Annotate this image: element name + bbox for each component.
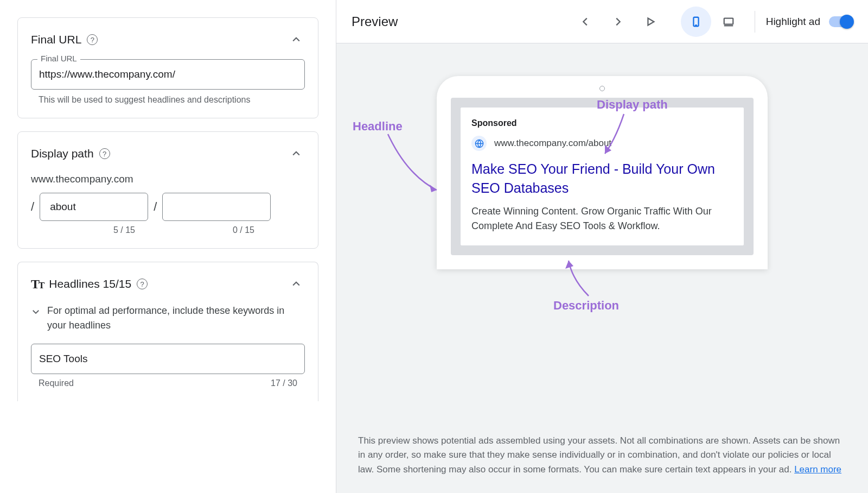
final-url-title: Final URL ? (31, 33, 98, 46)
card-title-text: Final URL (31, 33, 81, 46)
preview-disclaimer: This preview shows potential ads assembl… (336, 434, 868, 493)
help-icon[interactable]: ? (137, 279, 148, 289)
editor-panel: Final URL ? Final URL This will be used … (0, 0, 336, 493)
preview-header: Preview Highlight ad (336, 0, 868, 43)
headlines-card: TT Headlines 15/15 ? For optimal ad perf… (17, 262, 318, 401)
preview-title: Preview (352, 14, 398, 29)
required-label: Required (39, 378, 74, 388)
prev-button[interactable] (570, 7, 601, 37)
phone-camera (599, 86, 605, 91)
collapse-button[interactable] (288, 145, 305, 162)
annotation-headline: Headline (353, 119, 403, 134)
svg-marker-0 (648, 18, 654, 25)
keyword-hint-row[interactable]: For optimal ad performance, include thes… (31, 304, 305, 333)
display-path-title: Display path ? (31, 147, 110, 160)
card-title-text: Display path (31, 147, 94, 160)
chevron-up-icon (291, 148, 302, 159)
final-url-card: Final URL ? Final URL This will be used … (17, 17, 318, 118)
arrow-headline (385, 131, 445, 197)
headline-counter-row: Required 17 / 30 (31, 378, 305, 388)
path-counters: 5 / 15 0 / 15 (31, 225, 305, 235)
final-url-field: Final URL (31, 59, 305, 90)
collapse-button[interactable] (288, 275, 305, 293)
desktop-view-button[interactable] (713, 7, 744, 37)
chevron-up-icon (291, 34, 302, 45)
phone-frame: Sponsored www.thecompany.com/about Make … (437, 76, 768, 269)
help-icon[interactable]: ? (99, 148, 110, 159)
card-header: TT Headlines 15/15 ? (31, 275, 305, 293)
path1-input[interactable] (40, 193, 148, 221)
expand-keywords-button[interactable] (31, 304, 41, 319)
play-button[interactable] (635, 7, 666, 37)
card-header: Display path ? (31, 145, 305, 162)
headlines-title: TT Headlines 15/15 ? (31, 277, 148, 292)
phone-screen: Sponsored www.thecompany.com/about Make … (451, 98, 754, 255)
card-header: Final URL ? (31, 31, 305, 48)
annotation-description: Description (553, 299, 619, 313)
headline-1-input[interactable] (31, 344, 305, 374)
ad-sponsored-label: Sponsored (471, 118, 733, 128)
ad-display-url: www.thecompany.com/about (494, 138, 611, 149)
slash-separator: / (154, 200, 157, 214)
path2-input[interactable] (162, 193, 271, 221)
learn-more-link[interactable]: Learn more (794, 464, 841, 475)
chevron-left-icon (579, 16, 591, 28)
help-icon[interactable]: ? (87, 34, 98, 45)
desktop-icon (723, 16, 735, 28)
divider (755, 11, 755, 33)
text-icon: TT (31, 277, 43, 292)
disclaimer-text: This preview shows potential ads assembl… (358, 435, 840, 475)
toggle-knob (840, 15, 854, 29)
highlight-ad-toggle[interactable] (829, 16, 853, 27)
play-icon (644, 16, 656, 28)
ad-description: Create Winning Content. Grow Organic Tra… (471, 204, 733, 233)
highlight-ad-label: Highlight ad (766, 16, 820, 28)
ad-url-row: www.thecompany.com/about (471, 136, 733, 151)
globe-icon (471, 136, 487, 151)
collapse-button[interactable] (288, 31, 305, 48)
svg-rect-3 (724, 18, 733, 24)
slash-separator: / (31, 200, 34, 214)
preview-stage: Headline Display path Description Sponso… (336, 43, 868, 434)
card-title-text: Headlines 15/15 (49, 277, 131, 290)
chevron-down-icon (31, 307, 41, 317)
final-url-input[interactable] (31, 59, 305, 90)
next-button[interactable] (603, 7, 633, 37)
display-path-card: Display path ? www.thecompany.com / / 5 … (17, 131, 318, 249)
ad-headline: Make SEO Your Friend - Build Your Own SE… (471, 160, 733, 198)
keyword-hint-text: For optimal ad performance, include thes… (47, 304, 305, 333)
chevron-right-icon (612, 16, 624, 28)
preview-controls: Highlight ad (570, 7, 853, 37)
display-path-base-url: www.thecompany.com (31, 173, 305, 185)
path2-counter: 0 / 15 (150, 225, 264, 235)
chevron-up-icon (291, 279, 302, 289)
headline-field (31, 344, 305, 374)
field-label: Final URL (37, 54, 80, 63)
svg-marker-5 (430, 185, 437, 192)
mobile-icon (690, 16, 702, 28)
path-row: / / (31, 193, 305, 221)
preview-panel: Preview Highlight ad (336, 0, 868, 493)
final-url-helper: This will be used to suggest headlines a… (31, 95, 305, 105)
mobile-view-button[interactable] (681, 7, 711, 37)
path1-counter: 5 / 15 (31, 225, 145, 235)
headline-1-counter: 17 / 30 (271, 378, 297, 388)
ad-card: Sponsored www.thecompany.com/about Make … (461, 108, 744, 245)
